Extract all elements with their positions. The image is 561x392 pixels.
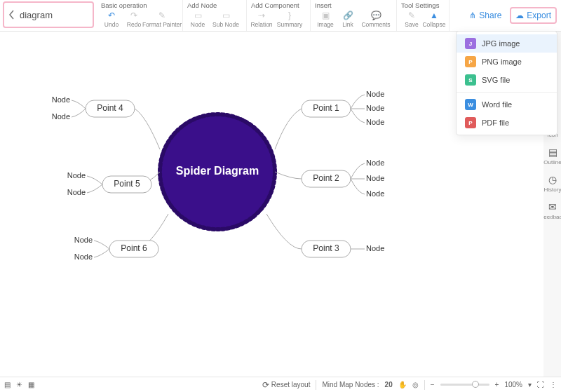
back-icon[interactable] [8, 10, 15, 20]
p6-node-b[interactable]: Node [74, 252, 93, 261]
pdf-icon: P [465, 117, 476, 128]
summary-button[interactable]: }Summary [273, 11, 306, 28]
p1-node-c[interactable]: Node [366, 118, 384, 126]
redo-button[interactable]: ↷Redo [123, 11, 144, 28]
nodes-label: Mind Map Nodes : [322, 381, 379, 388]
center-node[interactable]: Spider Diagram [160, 114, 275, 229]
point-2[interactable]: Point 2 [302, 170, 351, 187]
export-pdf[interactable]: P PDF file [457, 114, 557, 132]
collapse-icon: ▲ [429, 11, 439, 20]
insert-comments-button[interactable]: 💬Comments [360, 11, 392, 28]
p1-node-a[interactable]: Node [366, 90, 384, 98]
svg-text:Point 4: Point 4 [97, 103, 123, 113]
comments-icon: 💬 [371, 11, 381, 20]
save-button[interactable]: ✎Save [401, 11, 422, 28]
group-basic: Basic operation ↶Undo ↷Redo ✎Format Pain… [97, 0, 183, 31]
export-pdf-label: PDF file [482, 119, 509, 127]
export-menu: J JPG image P PNG image S SVG file W Wor… [456, 31, 557, 135]
collapse-button[interactable]: ▲Collapse [424, 11, 445, 28]
p4-node-b[interactable]: Node [52, 112, 70, 121]
p4-node-a[interactable]: Node [52, 95, 70, 104]
group-addcomp-title: Add Component [251, 1, 306, 9]
title-input[interactable]: diagram [3, 1, 94, 28]
summary-icon: } [285, 11, 295, 20]
word-icon: W [465, 99, 476, 110]
export-button[interactable]: ☁ Export [510, 7, 557, 24]
p3-node-a[interactable]: Node [366, 244, 384, 252]
target-icon[interactable]: ◎ [412, 381, 419, 388]
redo-icon: ↷ [129, 11, 139, 20]
zoom-in-button[interactable]: + [495, 381, 499, 388]
point-4[interactable]: Point 4 [86, 100, 135, 117]
subnode-button[interactable]: ▭Sub Node [210, 11, 242, 28]
title-text: diagram [20, 10, 53, 20]
share-button[interactable]: ⋔ Share [465, 8, 506, 22]
addnode-button[interactable]: ▭Node [187, 11, 208, 28]
share-label: Share [479, 11, 501, 20]
format-painter-button[interactable]: ✎Format Painter [146, 11, 178, 28]
zoom-slider[interactable] [440, 384, 489, 386]
format-painter-icon: ✎ [157, 11, 167, 20]
group-addnode: Add Node ▭Node ▭Sub Node [183, 0, 247, 31]
center-label: Spider Diagram [176, 165, 259, 177]
link-icon: 🔗 [343, 11, 353, 20]
side-outline[interactable]: ▤Outline [543, 147, 561, 165]
sb-theme-a[interactable]: ▤ [4, 381, 11, 388]
outline-icon: ▤ [548, 147, 557, 158]
export-svg[interactable]: S SVG file [457, 71, 557, 89]
group-basic-title: Basic operation [101, 1, 178, 9]
svg-text:Point 6: Point 6 [121, 243, 147, 253]
share-icon: ⋔ [469, 11, 476, 20]
export-separator [457, 92, 557, 93]
p2-node-a[interactable]: Node [366, 158, 384, 167]
undo-icon: ↶ [107, 11, 116, 20]
export-label: Export [527, 11, 551, 20]
svg-text:Point 2: Point 2 [313, 173, 339, 183]
undo-button[interactable]: ↶Undo [101, 11, 122, 28]
p2-node-c[interactable]: Node [366, 189, 384, 198]
point-1[interactable]: Point 1 [302, 100, 351, 117]
relation-button[interactable]: ⇢Relation [251, 11, 272, 28]
export-jpg-label: JPG image [482, 39, 520, 48]
side-history[interactable]: ◷History [544, 174, 561, 193]
insert-image-button[interactable]: ▣Image [315, 11, 336, 28]
group-settings: Tool Settings ✎Save ▲Collapse [397, 0, 450, 31]
export-icon: ☁ [515, 11, 524, 20]
image-icon: ▣ [320, 11, 330, 20]
png-icon: P [465, 56, 476, 67]
p5-node-b[interactable]: Node [67, 188, 86, 196]
insert-link-button[interactable]: 🔗Link [337, 11, 358, 28]
p1-node-b[interactable]: Node [366, 104, 384, 112]
svg-text:Point 5: Point 5 [114, 179, 140, 189]
save-icon: ✎ [407, 11, 417, 20]
export-png[interactable]: P PNG image [457, 53, 557, 71]
group-insert: Insert ▣Image 🔗Link 💬Comments [311, 0, 397, 31]
export-png-label: PNG image [482, 58, 522, 66]
subnode-icon: ▭ [221, 11, 231, 20]
zoom-out-button[interactable]: − [431, 381, 435, 388]
reset-icon: ⟳ [262, 380, 269, 390]
p2-node-b[interactable]: Node [366, 174, 384, 182]
reset-layout-button[interactable]: ⟳Reset layout [262, 380, 311, 390]
point-3[interactable]: Point 3 [302, 241, 351, 257]
relation-icon: ⇢ [257, 11, 266, 20]
p6-node-a[interactable]: Node [74, 236, 93, 244]
point-5[interactable]: Point 5 [102, 176, 151, 193]
export-jpg[interactable]: J JPG image [457, 34, 557, 53]
zoom-dropdown-icon[interactable]: ▾ [528, 381, 532, 388]
svg-text:Point 3: Point 3 [313, 243, 339, 253]
more-button[interactable]: ⋮ [550, 381, 557, 388]
export-word[interactable]: W Word file [457, 95, 557, 114]
p5-node-a[interactable]: Node [67, 171, 86, 180]
zoom-handle[interactable] [472, 381, 479, 388]
sb-theme-c[interactable]: ▦ [28, 381, 34, 388]
svg-text:Point 1: Point 1 [313, 103, 339, 113]
fullscreen-button[interactable]: ⛶ [537, 381, 544, 388]
export-svg-label: SVG file [482, 76, 510, 84]
statusbar: ▤ ☀ ▦ ⟳Reset layout Mind Map Nodes : 20 … [0, 377, 561, 392]
nodes-count: 20 [385, 381, 393, 388]
zoom-level: 100% [504, 381, 522, 388]
sb-theme-b[interactable]: ☀ [16, 381, 22, 388]
point-6[interactable]: Point 6 [109, 241, 158, 257]
pan-icon[interactable]: ✋ [398, 381, 407, 388]
